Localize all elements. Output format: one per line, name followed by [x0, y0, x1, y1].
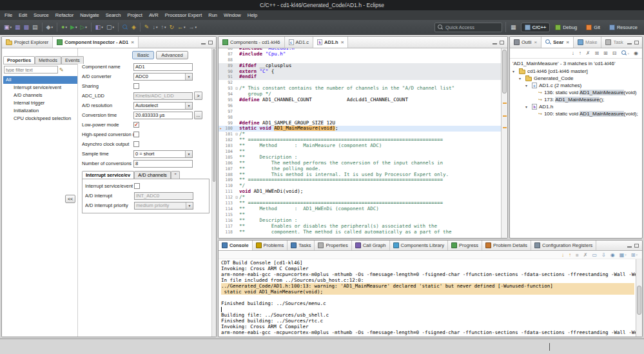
conversion-time-button[interactable]: ...	[194, 111, 202, 119]
console-scrollbar[interactable]	[636, 259, 642, 337]
filter-input[interactable]	[4, 66, 58, 74]
collapse-panel-button[interactable]: <<	[65, 195, 75, 203]
scrollbar-thumb[interactable]	[213, 49, 215, 182]
close-icon[interactable]: ×	[341, 39, 344, 45]
new-icon[interactable]: ▣▾	[3, 23, 13, 32]
previous-searches-icon[interactable]: ▾	[620, 50, 631, 57]
tree-item-all[interactable]: All	[3, 76, 77, 84]
interrupt-service-event-checkbox[interactable]	[134, 183, 140, 189]
chevron-down-icon[interactable]: ▾	[512, 69, 517, 74]
a-d-interrupt-priority-select[interactable]: medium priority▼	[134, 202, 193, 210]
menu-search[interactable]: Search	[102, 10, 124, 20]
debug-icon[interactable]: ●▾	[60, 23, 68, 32]
scrollbar-thumb[interactable]	[502, 50, 507, 93]
menu-window[interactable]: Window	[220, 10, 244, 20]
editor-tab-ad1-c[interactable]: cAD1.c	[285, 37, 313, 48]
asynchro-clock-output-checkbox[interactable]	[133, 141, 139, 147]
tab-sear[interactable]: Sear×	[542, 37, 574, 48]
remove-match-icon[interactable]: ✗	[585, 50, 592, 57]
new-cpp-file-icon[interactable]: ▢▾	[105, 23, 115, 32]
perspective-resource[interactable]: Resource	[605, 23, 641, 32]
editor-tab-ad1-h[interactable]: hAD1.h×	[313, 37, 348, 48]
tree-item-internal-trigger[interactable]: Internal trigger	[3, 99, 77, 107]
back-icon[interactable]: ←▾	[176, 23, 187, 32]
tab-make[interactable]: Make	[574, 37, 601, 48]
tab-problem-details[interactable]: Problem Details	[482, 241, 531, 250]
search-tree-row[interactable]: ▾cAD1.c (2 matches)	[510, 82, 642, 89]
adc-ldd-input[interactable]: Kinetis/ADC_LDD	[133, 92, 193, 100]
show-previous-match-icon[interactable]: ↑	[578, 50, 583, 57]
tab-properties[interactable]: Properties	[3, 56, 35, 64]
open-element-icon[interactable]: ◈	[130, 23, 137, 32]
number-of-conversions-input[interactable]: 8	[133, 160, 193, 168]
tab-methods[interactable]: Methods	[35, 56, 61, 64]
console-output[interactable]: CDT Build Console [cd1-kl46] Invoking: C…	[219, 259, 642, 337]
menu-help[interactable]: Help	[244, 10, 260, 20]
save-all-icon[interactable]: ▩	[23, 23, 31, 32]
previous-annotation-icon[interactable]: ↑▾	[159, 23, 167, 32]
fold-icon[interactable]: ⊟	[234, 132, 239, 137]
annotation-tick[interactable]	[503, 103, 507, 104]
menu-source[interactable]: Source	[30, 10, 52, 20]
editor-code[interactable]: 86#include "AdcLdd1.h"87#include "Cpu.h"…	[219, 48, 507, 235]
edit-filter-icon[interactable]: ✎	[59, 67, 64, 73]
run-icon[interactable]: ▶▾	[69, 23, 78, 32]
terminate-icon[interactable]: ■	[574, 251, 580, 259]
menu-avr[interactable]: AVR	[146, 10, 162, 20]
editor-tab-components-cd1-kl46[interactable]: Components - cd1-kl46	[219, 37, 285, 48]
perspective-c-c[interactable]: C/C++	[521, 23, 551, 32]
tab-tasks[interactable]: Tasks	[288, 241, 315, 250]
tab-project-explorer[interactable]: Project Explorer	[2, 37, 53, 48]
display-selected-console-icon[interactable]: ▦▾	[618, 251, 628, 259]
minimize-icon[interactable]	[201, 43, 206, 44]
tab-interrupt-service-ev[interactable]: Interrupt service/ev	[82, 171, 134, 179]
menu-refactor[interactable]: Refactor	[52, 10, 77, 20]
tree-item-a-d-channels[interactable]: A/D channels	[3, 92, 77, 99]
tree-item-interrupt-service-event[interactable]: Interrupt service/event	[3, 84, 77, 92]
low-power-mode-checkbox[interactable]: ✓	[133, 122, 139, 128]
next-annotation-icon[interactable]: ↓▾	[151, 23, 159, 32]
sharing-checkbox[interactable]	[133, 83, 139, 89]
tab-console[interactable]: Console	[219, 241, 253, 250]
search-tree-row[interactable]: ↪173: AD1_MainMeasure();	[510, 96, 642, 103]
perspective-debug[interactable]: Debug	[551, 23, 581, 32]
minimize-icon[interactable]	[627, 43, 632, 44]
scrollbar-thumb[interactable]	[637, 286, 641, 315]
clear-console-icon[interactable]: ▭	[590, 251, 598, 259]
search-tree-row[interactable]: ▾hAD1.h	[510, 103, 642, 110]
editor-scrollbar[interactable]	[501, 48, 507, 238]
minimize-icon[interactable]	[493, 43, 497, 44]
a-d-interrupt-input[interactable]: INT_ADC0	[134, 192, 193, 200]
tab-call-graph[interactable]: Call Graph	[352, 241, 390, 250]
quick-access[interactable]	[434, 23, 502, 32]
tab-progress[interactable]: Progress	[448, 241, 482, 250]
close-icon[interactable]: ×	[131, 39, 134, 45]
a-d-resolution-select[interactable]: Autoselect▼	[133, 102, 193, 110]
menu-file[interactable]: File	[1, 10, 15, 20]
tab-problems[interactable]: Problems	[253, 241, 288, 250]
component-name-input[interactable]: AD1	[133, 63, 193, 71]
tab-task[interactable]: Task	[601, 37, 624, 48]
inspector-scrollbar[interactable]	[211, 48, 216, 337]
maximize-icon[interactable]	[500, 41, 504, 44]
pin-console-icon[interactable]: ◉	[609, 251, 616, 259]
scroll-lock-icon[interactable]: ⇩	[600, 251, 607, 259]
collapse-all-icon[interactable]: ⊟	[611, 50, 618, 57]
maximize-icon[interactable]	[634, 41, 639, 44]
maximize-icon[interactable]	[208, 41, 213, 44]
search-tree-row[interactable]: ▾Generated_Code	[510, 75, 642, 82]
remove-all-matches-icon[interactable]: ⊠	[593, 50, 600, 57]
tree-item-initialization[interactable]: Initialization	[3, 107, 77, 115]
print-icon[interactable]: ▤	[31, 23, 39, 32]
new-cpp-class-icon[interactable]: ◧▾	[94, 23, 104, 32]
tab-configuration-registers[interactable]: Configuration Registers	[531, 241, 596, 250]
annotation-tick[interactable]	[503, 115, 507, 117]
sample-time-select[interactable]: 0 = short▼	[133, 150, 193, 158]
close-icon[interactable]: ×	[534, 39, 537, 45]
annotation-tick[interactable]	[503, 127, 507, 128]
search-tree-row[interactable]: ↪136: static void AD1_MainMeasure(void)	[510, 89, 642, 96]
menu-run[interactable]: Run	[205, 10, 220, 20]
chevron-down-icon[interactable]: ▾	[525, 83, 530, 88]
tab-outli[interactable]: Outli×	[510, 37, 542, 48]
external-tools-icon[interactable]: ▷▾	[79, 23, 88, 32]
